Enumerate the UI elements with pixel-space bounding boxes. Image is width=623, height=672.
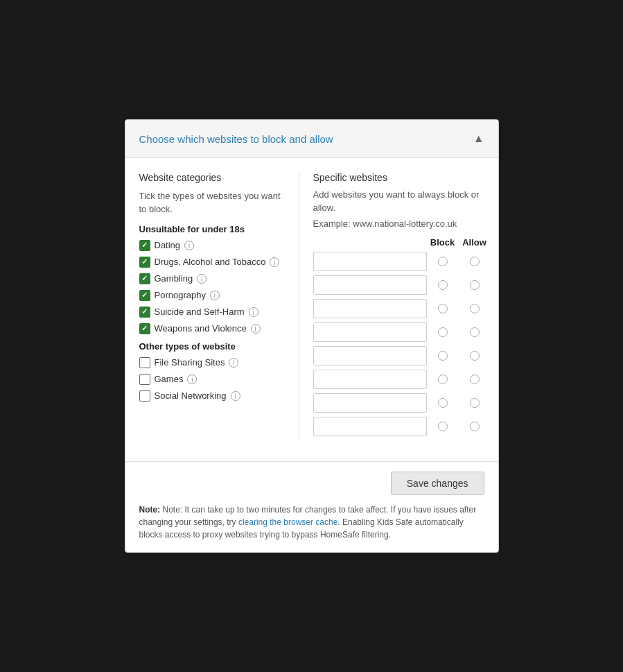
panel-title: Choose which websites to block and allow [139,133,333,145]
specific-example: Example: www.national-lottery.co.uk [313,218,491,229]
website-row-1 [313,252,491,271]
info-icon-filesharing[interactable]: i [229,358,238,368]
website-input-6[interactable] [313,370,427,389]
checkbox-drugs[interactable] [139,257,150,268]
categories-description: Tick the types of websites you want to b… [139,190,285,215]
website-row-4 [313,322,491,342]
checkbox-row-gambling: Gambling i [139,273,285,284]
website-row-2 [313,275,491,295]
clearing-cache-link[interactable]: clearing the browser cache [238,517,337,527]
checkbox-row-drugs: Drugs, Alcohol and Tobacco i [139,257,285,268]
info-icon-suicide[interactable]: i [249,307,258,317]
group1-heading: Unsuitable for under 18s [139,224,285,234]
radio-allow-7[interactable] [470,398,480,408]
checkbox-games[interactable] [139,374,150,385]
radio-allow-8[interactable] [470,422,480,431]
radio-block-7[interactable] [438,398,448,408]
info-icon-weapons[interactable]: i [251,324,261,334]
radio-allow-2[interactable] [470,280,480,290]
checkbox-row-pornography: Pornography i [139,290,285,301]
website-row-5 [313,346,491,365]
info-icon-games[interactable]: i [187,374,197,384]
specific-title: Specific websites [313,172,491,183]
website-input-7[interactable] [313,393,427,413]
checkbox-weapons[interactable] [139,323,150,334]
panel-body: Website categories Tick the types of web… [125,158,498,454]
checkbox-socialnetworking[interactable] [139,390,150,402]
radio-block-3[interactable] [438,304,448,313]
label-dating: Dating [155,240,181,250]
checkbox-suicide[interactable] [139,307,150,318]
label-gambling: Gambling [155,273,193,284]
website-input-3[interactable] [313,299,427,318]
categories-title: Website categories [139,172,285,183]
radio-block-2[interactable] [438,280,448,290]
save-row: Save changes [139,472,484,495]
website-row-8 [313,417,491,436]
radio-allow-3[interactable] [470,304,480,313]
website-row-3 [313,299,491,318]
radio-block-5[interactable] [438,351,448,361]
info-icon-dating[interactable]: i [184,241,194,250]
footer-note: Note: Note: It can take up to two minute… [139,503,484,552]
content-columns: Website categories Tick the types of web… [139,172,484,440]
specific-description: Add websites you want to always block or… [313,189,491,214]
label-weapons: Weapons and Violence [155,323,247,334]
radio-group-4 [427,327,491,337]
label-socialnetworking: Social Networking [155,390,227,401]
radio-allow-1[interactable] [470,257,480,266]
website-row-7 [313,393,491,413]
info-icon-gambling[interactable]: i [197,274,207,284]
radio-group-6 [427,374,491,384]
radio-block-1[interactable] [438,257,448,266]
checkbox-filesharing[interactable] [139,357,150,368]
radio-block-8[interactable] [438,422,448,431]
website-input-1[interactable] [313,252,427,271]
radio-block-6[interactable] [438,374,448,384]
checkbox-row-games: Games i [139,374,285,385]
website-input-5[interactable] [313,346,427,365]
radio-allow-4[interactable] [470,327,480,337]
info-icon-socialnetworking[interactable]: i [231,391,240,401]
chevron-up-icon[interactable]: ▲ [473,132,484,145]
radio-group-8 [427,422,491,431]
radio-group-2 [427,280,491,290]
checkbox-row-socialnetworking: Social Networking i [139,390,285,402]
website-row-6 [313,370,491,389]
allow-column-header: Allow [459,237,491,248]
block-column-header: Block [427,237,459,248]
save-changes-button[interactable]: Save changes [391,472,484,495]
checkbox-dating[interactable] [139,240,150,251]
panel-header[interactable]: Choose which websites to block and allow… [125,120,498,158]
checkbox-row-filesharing: File Sharing Sites i [139,357,285,368]
note-bold: Note: [139,505,161,515]
block-allow-header: Block Allow [313,237,491,248]
main-panel: Choose which websites to block and allow… [125,119,499,552]
website-input-8[interactable] [313,417,427,436]
checkbox-row-weapons: Weapons and Violence i [139,323,285,334]
radio-allow-6[interactable] [470,374,480,384]
panel-footer: Save changes Note: Note: It can take up … [125,461,498,552]
label-suicide: Suicide and Self-Harm [155,307,245,317]
website-input-4[interactable] [313,322,427,342]
label-filesharing: File Sharing Sites [155,357,225,368]
info-icon-pornography[interactable]: i [210,291,220,300]
checkbox-row-dating: Dating i [139,240,285,251]
info-icon-drugs[interactable]: i [270,257,279,267]
label-games: Games [155,374,184,384]
radio-group-5 [427,351,491,361]
radio-group-7 [427,398,491,408]
left-column: Website categories Tick the types of web… [139,172,285,440]
right-column: Specific websites Add websites you want … [299,172,491,440]
checkbox-pornography[interactable] [139,290,150,301]
website-input-2[interactable] [313,275,427,295]
radio-group-1 [427,257,491,266]
label-pornography: Pornography [155,290,206,300]
radio-group-3 [427,304,491,313]
radio-allow-5[interactable] [470,351,480,361]
group2-heading: Other types of website [139,341,285,352]
checkbox-row-suicide: Suicide and Self-Harm i [139,307,285,318]
checkbox-gambling[interactable] [139,273,150,284]
label-drugs: Drugs, Alcohol and Tobacco [155,257,266,267]
radio-block-4[interactable] [438,327,448,337]
